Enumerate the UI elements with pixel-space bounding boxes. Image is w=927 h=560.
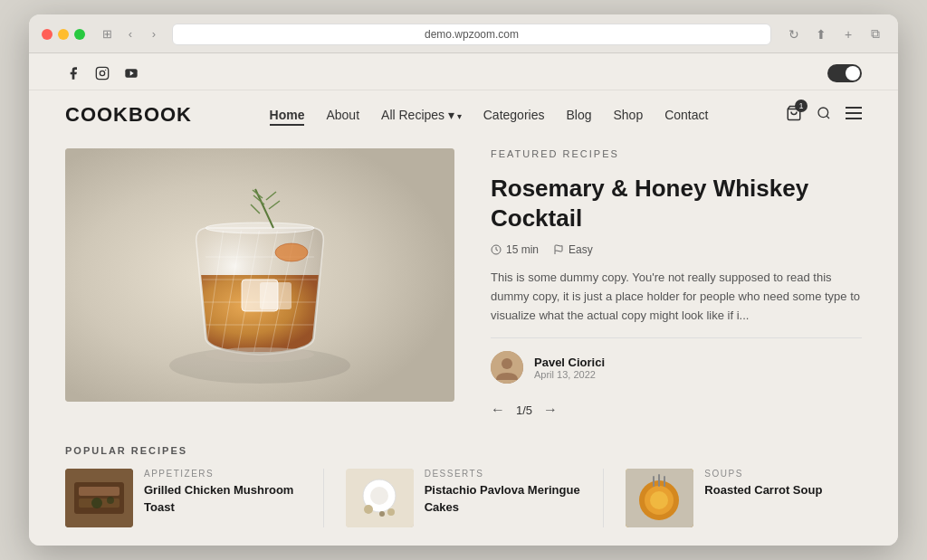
difficulty-label: Easy — [569, 243, 593, 256]
nav-item-all-recipes[interactable]: All Recipes ▾ — [381, 107, 462, 123]
browser-window: ⊞ ‹ › demo.wpzoom.com ↻ ⬆ + ⧉ — [29, 14, 898, 546]
maximize-button[interactable] — [74, 29, 85, 40]
featured-info: FEATURED RECIPES Rosemary & Honey Whiske… — [491, 148, 862, 419]
svg-rect-55 — [653, 476, 655, 487]
svg-point-44 — [107, 497, 114, 504]
recipe-details-3: SOUPS Roasted Carrot Soup — [704, 469, 822, 498]
new-tab-button[interactable]: + — [838, 24, 858, 44]
refresh-button[interactable]: ↻ — [784, 24, 804, 44]
youtube-icon[interactable] — [123, 65, 139, 81]
svg-point-48 — [364, 505, 373, 514]
prev-page-button[interactable]: ← — [491, 402, 505, 418]
svg-rect-41 — [79, 487, 119, 496]
featured-description: This is some dummy copy. You're not real… — [491, 269, 862, 338]
author-name: Pavel Ciorici — [534, 356, 605, 369]
recipe-category-1: APPETIZERS — [144, 469, 301, 479]
navbar: COOKBOOK Home About All Recipes ▾ Catego… — [29, 90, 898, 139]
browser-actions: ↻ ⬆ + ⧉ — [784, 24, 885, 44]
nav-item-categories[interactable]: Categories — [483, 107, 545, 123]
browser-chrome: ⊞ ‹ › demo.wpzoom.com ↻ ⬆ + ⧉ — [29, 14, 898, 53]
recipe-title-1: Grilled Chicken Mushroom Toast — [144, 482, 301, 515]
recipe-card-3[interactable]: SOUPS Roasted Carrot Soup — [626, 469, 862, 527]
dark-mode-toggle[interactable] — [827, 64, 862, 82]
featured-meta: 15 min Easy — [491, 243, 862, 256]
svg-line-7 — [827, 116, 829, 119]
featured-section: FEATURED RECIPES Rosemary & Honey Whiske… — [65, 148, 862, 419]
author-date: April 13, 2022 — [534, 369, 605, 380]
svg-point-26 — [205, 223, 314, 233]
svg-rect-56 — [658, 474, 660, 487]
social-icons — [65, 65, 139, 81]
toggle-knob — [846, 66, 860, 81]
svg-point-54 — [650, 491, 668, 509]
close-button[interactable] — [42, 29, 53, 40]
site-logo[interactable]: COOKBOOK — [65, 103, 192, 127]
nav-item-home[interactable]: Home — [270, 107, 305, 123]
forward-button[interactable]: › — [145, 25, 163, 43]
nav-item-shop[interactable]: Shop — [613, 107, 643, 123]
copy-button[interactable]: ⧉ — [865, 24, 885, 44]
window-grid-icon[interactable]: ⊞ — [98, 25, 116, 43]
cart-badge: 1 — [795, 100, 808, 112]
featured-section-label: FEATURED RECIPES — [491, 148, 862, 159]
popular-section: POPULAR RECIPES — [65, 445, 862, 527]
nav-item-about[interactable]: About — [326, 107, 359, 123]
url-display: demo.wpzoom.com — [425, 28, 519, 41]
svg-point-6 — [818, 108, 828, 118]
popular-section-label: POPULAR RECIPES — [65, 445, 862, 456]
share-button[interactable]: ⬆ — [811, 24, 831, 44]
recipe-title-3: Roasted Carrot Soup — [704, 482, 822, 498]
address-bar[interactable]: demo.wpzoom.com — [172, 24, 771, 45]
browser-controls: ⊞ ‹ › — [98, 25, 163, 43]
svg-rect-0 — [96, 67, 108, 79]
nav-item-contact[interactable]: Contact — [664, 107, 708, 123]
recipe-category-3: SOUPS — [704, 469, 822, 479]
recipe-thumb-3 — [626, 469, 693, 527]
recipe-card-1[interactable]: APPETIZERS Grilled Chicken Mushroom Toas… — [65, 469, 301, 527]
cart-button[interactable]: 1 — [786, 105, 802, 125]
main-content: FEATURED RECIPES Rosemary & Honey Whiske… — [29, 139, 898, 546]
featured-title: Rosemary & Honey Whiskey Cocktail — [491, 174, 862, 235]
recipe-card-2[interactable]: DESSERTS Pistachio Pavlova Meringue Cake… — [346, 469, 582, 527]
difficulty-meta: Easy — [553, 243, 593, 256]
svg-point-49 — [387, 508, 395, 516]
svg-point-43 — [91, 498, 102, 508]
popular-grid: APPETIZERS Grilled Chicken Mushroom Toas… — [65, 469, 862, 527]
recipe-thumb-2 — [346, 469, 414, 527]
author-row: Pavel Ciorici April 13, 2022 — [491, 351, 862, 384]
svg-point-38 — [502, 358, 512, 369]
nav-actions: 1 — [786, 105, 862, 125]
nav-links: Home About All Recipes ▾ Categories Blog… — [270, 107, 709, 123]
svg-point-2 — [105, 69, 106, 70]
menu-button[interactable] — [846, 107, 862, 123]
svg-point-47 — [370, 487, 388, 505]
svg-point-1 — [100, 71, 104, 75]
page-content: COOKBOOK Home About All Recipes ▾ Catego… — [29, 53, 898, 546]
svg-point-33 — [275, 243, 308, 261]
recipe-title-2: Pistachio Pavlova Meringue Cakes — [425, 482, 582, 515]
top-bar — [29, 53, 898, 90]
recipe-category-2: DESSERTS — [425, 469, 582, 479]
traffic-lights — [42, 29, 85, 40]
author-info: Pavel Ciorici April 13, 2022 — [534, 356, 605, 380]
svg-point-50 — [379, 511, 385, 517]
nav-item-blog[interactable]: Blog — [566, 107, 591, 123]
time-label: 15 min — [506, 243, 539, 256]
pagination: ← 1/5 → — [491, 402, 862, 418]
featured-image[interactable] — [65, 148, 454, 402]
card-divider-2 — [603, 469, 604, 527]
recipe-details-2: DESSERTS Pistachio Pavlova Meringue Cake… — [425, 469, 582, 515]
time-meta: 15 min — [491, 243, 539, 256]
svg-rect-57 — [664, 476, 665, 487]
search-button[interactable] — [817, 106, 831, 124]
next-page-button[interactable]: → — [543, 402, 558, 418]
facebook-icon[interactable] — [65, 65, 81, 81]
page-indicator: 1/5 — [516, 403, 532, 417]
minimize-button[interactable] — [58, 29, 69, 40]
recipe-thumb-1 — [65, 469, 133, 527]
back-button[interactable]: ‹ — [121, 25, 139, 43]
instagram-icon[interactable] — [94, 65, 110, 81]
card-divider-1 — [323, 469, 324, 527]
svg-point-34 — [205, 347, 314, 362]
recipe-details-1: APPETIZERS Grilled Chicken Mushroom Toas… — [144, 469, 301, 515]
